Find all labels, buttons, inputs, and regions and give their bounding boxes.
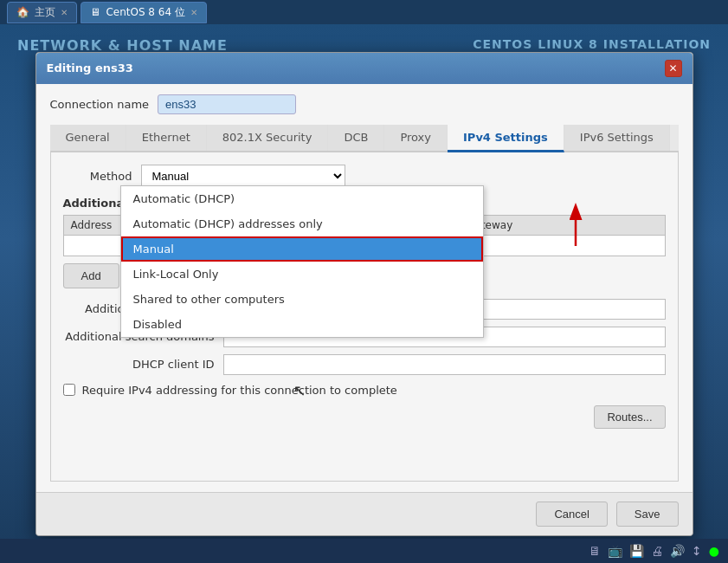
- connection-name-label: Connection name: [50, 98, 150, 111]
- tab-home[interactable]: 🏠 主页 ✕: [7, 2, 77, 23]
- col-gateway: Gateway: [460, 215, 665, 235]
- tab-ethernet[interactable]: Ethernet: [126, 125, 207, 151]
- tab-dcb[interactable]: DCB: [328, 125, 384, 151]
- green-dot: ●: [709, 544, 719, 558]
- tab-proxy[interactable]: Proxy: [384, 125, 448, 151]
- require-ipv4-row: Require IPv4 addressing for this connect…: [63, 384, 666, 397]
- tab-security[interactable]: 802.1X Security: [207, 125, 329, 151]
- dropdown-item-disabled[interactable]: Disabled: [121, 312, 483, 337]
- routes-button[interactable]: Routes...: [594, 405, 665, 429]
- network-icon: 🖥: [589, 544, 601, 558]
- dialog-titlebar: Editing ens33 ✕: [36, 53, 693, 84]
- cancel-button[interactable]: Cancel: [536, 502, 607, 527]
- save-button[interactable]: Save: [616, 502, 679, 527]
- dropdown-item-shared[interactable]: Shared to other computers: [121, 287, 483, 312]
- dialog-close-button[interactable]: ✕: [665, 60, 682, 77]
- tab-content-ipv4: Method Automatic (DHCP) Automatic (DHCP)…: [50, 152, 679, 482]
- dialog-footer: Cancel Save: [36, 492, 693, 535]
- connection-name-input[interactable]: [158, 94, 296, 114]
- dropdown-item-manual-label: Manual: [133, 243, 174, 256]
- method-select[interactable]: Automatic (DHCP) Automatic (DHCP) addres…: [141, 165, 345, 188]
- dialog-title: Editing ens33: [47, 61, 133, 74]
- dialog-overlay: Editing ens33 ✕ Connection name General …: [0, 24, 728, 563]
- dialog-body: Connection name General Ethernet 802.1X …: [36, 84, 693, 492]
- connection-name-row: Connection name: [50, 94, 679, 114]
- print-icon: 🖨: [651, 544, 663, 558]
- tab-centos[interactable]: 🖥 CentOS 8 64 位 ✕: [81, 2, 207, 23]
- tab-centos-label: CentOS 8 64 位: [106, 5, 184, 20]
- require-ipv4-checkbox[interactable]: [63, 384, 75, 396]
- method-select-container: Automatic (DHCP) Automatic (DHCP) addres…: [141, 165, 345, 188]
- dropdown-item-manual[interactable]: Manual: [121, 236, 483, 262]
- taskbar: 🏠 主页 ✕ 🖥 CentOS 8 64 位 ✕: [0, 0, 728, 24]
- add-button[interactable]: Add: [63, 263, 119, 288]
- tabs-bar: General Ethernet 802.1X Security DCB Pro…: [50, 125, 679, 152]
- dhcp-input[interactable]: [223, 354, 666, 375]
- dropdown-item-auto-dhcp-addr[interactable]: Automatic (DHCP) addresses only: [121, 211, 483, 236]
- method-row: Method Automatic (DHCP) Automatic (DHCP)…: [63, 165, 666, 188]
- dropdown-item-auto-dhcp[interactable]: Automatic (DHCP): [121, 186, 483, 211]
- usb-icon: 💾: [629, 544, 644, 558]
- routes-container: Routes...: [63, 405, 666, 429]
- tab-centos-close[interactable]: ✕: [190, 8, 197, 17]
- dropdown-menu: Automatic (DHCP) Automatic (DHCP) addres…: [120, 185, 484, 338]
- tab-ipv6[interactable]: IPv6 Settings: [564, 125, 670, 151]
- dropdown-item-link-local[interactable]: Link-Local Only: [121, 262, 483, 287]
- tab-ipv4[interactable]: IPv4 Settings: [448, 125, 564, 152]
- centos-icon: 🖥: [90, 6, 100, 18]
- dhcp-label: DHCP client ID: [63, 358, 215, 371]
- taskbar-bottom: 🖥 📺 💾 🖨 🔊 ↕ ●: [0, 539, 728, 563]
- manual-red-box: [121, 236, 483, 262]
- require-ipv4-label: Require IPv4 addressing for this connect…: [82, 384, 397, 397]
- method-label: Method: [63, 170, 132, 183]
- home-icon: 🏠: [16, 6, 29, 18]
- arrow-icon: ↕: [692, 544, 702, 558]
- tab-general[interactable]: General: [50, 125, 126, 151]
- editing-dialog: Editing ens33 ✕ Connection name General …: [35, 52, 693, 536]
- tab-home-label: 主页: [35, 5, 55, 20]
- audio-icon: 🔊: [670, 544, 685, 558]
- dhcp-row: DHCP client ID: [63, 354, 666, 375]
- tab-home-close[interactable]: ✕: [61, 8, 68, 17]
- display-icon: 📺: [608, 544, 622, 558]
